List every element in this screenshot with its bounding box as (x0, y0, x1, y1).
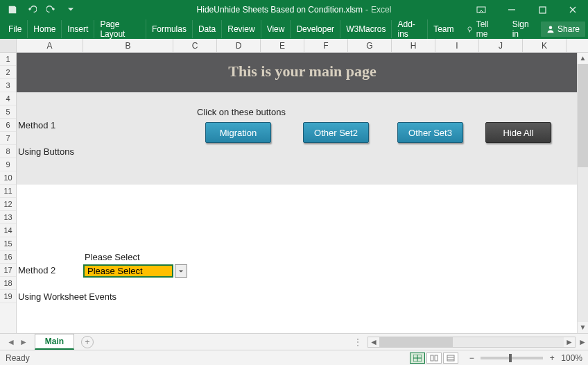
share-label: Share (557, 24, 580, 34)
column-header-d[interactable]: D (217, 39, 261, 52)
tab-formulas[interactable]: Formulas (146, 20, 193, 38)
row-header-13[interactable]: 13 (0, 211, 16, 224)
view-page-layout-icon[interactable] (426, 353, 442, 364)
svg-rect-10 (447, 355, 454, 361)
dropdown-cell[interactable]: Please Select (83, 264, 173, 278)
row-header-7[interactable]: 7 (0, 132, 16, 145)
svg-rect-1 (539, 7, 546, 13)
zoom-out-button[interactable]: − (467, 353, 476, 363)
vscroll-track[interactable] (578, 64, 588, 322)
add-sheet-button[interactable]: + (81, 336, 94, 348)
sheet-nav-prev-icon[interactable]: ◄ (7, 337, 15, 347)
row-header-10[interactable]: 10 (0, 171, 16, 185)
using-events-label: Using Worksheet Events (18, 291, 116, 302)
tab-data[interactable]: Data (193, 20, 222, 38)
dropdown-label: Please Select (85, 252, 140, 262)
select-all-corner[interactable] (0, 39, 17, 52)
row-header-16[interactable]: 16 (0, 251, 16, 264)
tell-me-search[interactable]: Tell me (460, 19, 505, 39)
hscroll-track[interactable] (379, 337, 564, 347)
hscroll-thumb[interactable] (379, 337, 453, 347)
hscroll-right-icon[interactable]: ► (564, 337, 575, 347)
row-header-4[interactable]: 4 (0, 92, 16, 105)
other-set3-button[interactable]: Other Set3 (397, 122, 463, 143)
sheet-tab-bar: ◄ ► Main + ⋮ ◄ ► ► (0, 333, 588, 350)
column-header-b[interactable]: B (83, 39, 173, 52)
page-title: This is your main page (17, 62, 588, 80)
row-header-5[interactable]: 5 (0, 105, 16, 119)
row-headers: 12345678910111213141516171819 (0, 53, 17, 333)
share-button[interactable]: Share (541, 22, 585, 37)
app-name: Excel (371, 5, 391, 15)
svg-point-4 (549, 26, 553, 30)
undo-icon[interactable] (26, 4, 37, 15)
dropdown-value: Please Select (87, 266, 143, 276)
row-header-18[interactable]: 18 (0, 277, 16, 290)
column-header-c[interactable]: C (173, 39, 217, 52)
hscroll-left-icon[interactable]: ◄ (368, 337, 379, 347)
method1-label: Method 1 (18, 120, 55, 130)
horizontal-scrollbar[interactable]: ◄ ► (368, 337, 576, 348)
other-set2-button[interactable]: Other Set2 (303, 122, 369, 143)
scroll-up-icon[interactable]: ▲ (578, 53, 588, 64)
tab-view[interactable]: View (261, 20, 291, 38)
zoom-level[interactable]: 100% (561, 353, 582, 363)
save-icon[interactable] (7, 4, 18, 15)
row-header-12[interactable]: 12 (0, 198, 16, 211)
sheet-tab-main[interactable]: Main (35, 334, 74, 350)
tab-review[interactable]: Review (222, 20, 261, 38)
vertical-scrollbar[interactable]: ▲ ▼ (577, 53, 588, 333)
row-header-19[interactable]: 19 (0, 290, 16, 303)
quick-access-toolbar (0, 4, 76, 15)
scroll-down-icon[interactable]: ▼ (578, 322, 588, 333)
tab-file[interactable]: File (3, 20, 28, 38)
row-header-2[interactable]: 2 (0, 66, 16, 79)
column-header-i[interactable]: I (435, 39, 479, 52)
hide-all-button[interactable]: Hide All (485, 122, 551, 143)
zoom-slider[interactable] (481, 357, 543, 359)
column-header-f[interactable]: F (304, 39, 348, 52)
maximize-icon[interactable] (527, 0, 557, 19)
instruction-text: Click on these buttons (197, 107, 286, 117)
tab-team[interactable]: Team (428, 20, 459, 38)
close-icon[interactable] (557, 0, 588, 19)
redo-icon[interactable] (46, 4, 57, 15)
row-header-6[interactable]: 6 (0, 119, 16, 132)
row-header-14[interactable]: 14 (0, 224, 16, 237)
tab-insert[interactable]: Insert (62, 20, 94, 38)
row-header-15[interactable]: 15 (0, 237, 16, 251)
zoom-slider-thumb[interactable] (509, 354, 512, 362)
row-header-8[interactable]: 8 (0, 145, 16, 158)
svg-rect-3 (469, 31, 469, 33)
row-header-1[interactable]: 1 (0, 53, 16, 66)
view-page-break-icon[interactable] (443, 353, 458, 364)
minimize-icon[interactable] (496, 0, 527, 19)
dropdown-button[interactable] (175, 264, 187, 278)
column-header-j[interactable]: J (479, 39, 523, 52)
grid[interactable]: This is your main page Click on these bu… (17, 53, 588, 333)
ribbon-tabs: File Home Insert Page Layout Formulas Da… (0, 19, 588, 39)
column-header-k[interactable]: K (523, 39, 567, 52)
sheet-nav-next-icon[interactable]: ► (19, 337, 28, 347)
vscroll-thumb[interactable] (578, 64, 588, 167)
migration-button[interactable]: Migration (205, 122, 271, 143)
zoom-in-button[interactable]: + (547, 353, 557, 363)
hscroll-end-icon[interactable]: ► (578, 337, 587, 347)
tab-developer[interactable]: Developer (291, 20, 340, 38)
column-header-a[interactable]: A (17, 39, 83, 52)
view-normal-icon[interactable] (410, 353, 425, 364)
tab-w3macros[interactable]: W3Macros (340, 20, 392, 38)
qat-customize-icon[interactable] (65, 4, 76, 15)
tab-home[interactable]: Home (28, 20, 62, 38)
signin-link[interactable]: Sign in (505, 19, 541, 39)
row-header-17[interactable]: 17 (0, 264, 16, 277)
row-header-3[interactable]: 3 (0, 79, 16, 92)
column-header-g[interactable]: G (348, 39, 392, 52)
tab-split-handle[interactable]: ⋮ (354, 337, 362, 347)
column-header-e[interactable]: E (261, 39, 304, 52)
ribbon-display-options-icon[interactable] (466, 0, 496, 19)
status-ready: Ready (6, 353, 30, 363)
row-header-11[interactable]: 11 (0, 185, 16, 198)
row-header-9[interactable]: 9 (0, 158, 16, 171)
column-header-h[interactable]: H (392, 39, 435, 52)
